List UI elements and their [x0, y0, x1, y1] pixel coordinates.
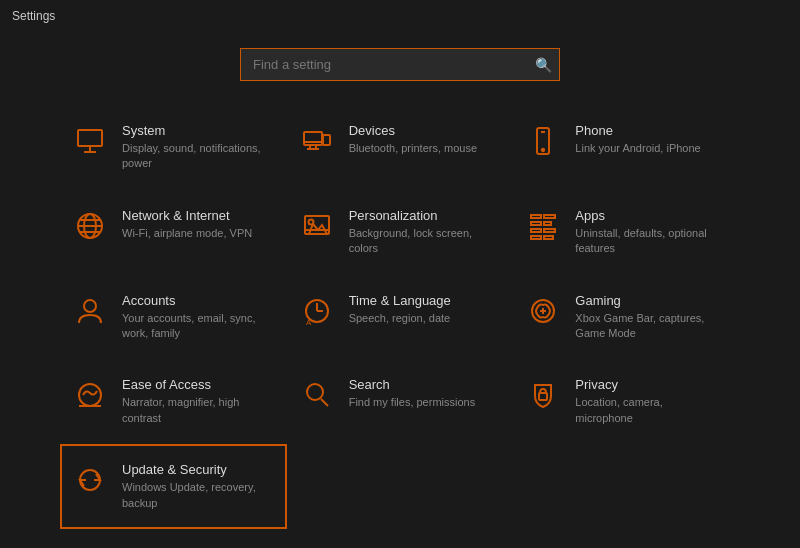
svg-point-36 [79, 384, 101, 406]
settings-item-personalization[interactable]: Personalization Background, lock screen,… [287, 190, 514, 275]
maximize-button[interactable] [744, 7, 762, 25]
svg-rect-3 [304, 132, 322, 145]
update-title: Update & Security [122, 462, 265, 477]
personalization-title: Personalization [349, 208, 492, 223]
svg-point-11 [542, 149, 544, 151]
accounts-icon [72, 295, 108, 334]
system-icon [72, 125, 108, 164]
svg-rect-27 [544, 236, 553, 239]
settings-item-apps[interactable]: Apps Uninstall, defaults, optional featu… [513, 190, 740, 275]
settings-item-search[interactable]: Search Find my files, permissions [287, 359, 514, 444]
svg-rect-25 [544, 222, 551, 225]
privacy-desc: Location, camera, microphone [575, 395, 718, 426]
network-icon [72, 210, 108, 249]
svg-point-38 [307, 384, 323, 400]
search-container: 🔍 [0, 32, 800, 105]
app-title: Settings [12, 9, 55, 23]
svg-rect-4 [323, 135, 330, 145]
svg-rect-24 [544, 215, 555, 218]
phone-title: Phone [575, 123, 700, 138]
search-icon [299, 379, 335, 418]
settings-item-ease[interactable]: Ease of Access Narrator, magnifier, high… [60, 359, 287, 444]
minimize-button[interactable] [718, 7, 736, 25]
network-desc: Wi-Fi, airplane mode, VPN [122, 226, 252, 241]
settings-item-phone[interactable]: Phone Link your Android, iPhone [513, 105, 740, 190]
gaming-icon [525, 295, 561, 334]
settings-item-gaming[interactable]: Gaming Xbox Game Bar, captures, Game Mod… [513, 275, 740, 360]
svg-rect-23 [531, 236, 541, 239]
devices-icon [299, 125, 335, 164]
devices-desc: Bluetooth, printers, mouse [349, 141, 477, 156]
accounts-title: Accounts [122, 293, 265, 308]
update-desc: Windows Update, recovery, backup [122, 480, 265, 511]
window-controls [718, 7, 788, 25]
ease-title: Ease of Access [122, 377, 265, 392]
personalization-desc: Background, lock screen, colors [349, 226, 492, 257]
svg-point-19 [308, 219, 313, 224]
settings-item-update[interactable]: Update & Security Windows Update, recove… [60, 444, 287, 529]
accounts-desc: Your accounts, email, sync, work, family [122, 311, 265, 342]
svg-rect-26 [544, 229, 555, 232]
settings-item-accounts[interactable]: Accounts Your accounts, email, sync, wor… [60, 275, 287, 360]
settings-item-privacy[interactable]: Privacy Location, camera, microphone [513, 359, 740, 444]
search-input[interactable] [240, 48, 560, 81]
time-title: Time & Language [349, 293, 451, 308]
ease-desc: Narrator, magnifier, high contrast [122, 395, 265, 426]
phone-icon [525, 125, 561, 164]
time-icon: A [299, 295, 335, 334]
gaming-desc: Xbox Game Bar, captures, Game Mode [575, 311, 718, 342]
settings-item-devices[interactable]: Devices Bluetooth, printers, mouse [287, 105, 514, 190]
phone-desc: Link your Android, iPhone [575, 141, 700, 156]
svg-rect-22 [531, 229, 541, 232]
svg-text:A: A [306, 318, 312, 327]
settings-item-time[interactable]: A Time & Language Speech, region, date [287, 275, 514, 360]
search-title: Search [349, 377, 476, 392]
settings-item-network[interactable]: Network & Internet Wi-Fi, airplane mode,… [60, 190, 287, 275]
update-icon [72, 464, 108, 503]
svg-rect-21 [531, 222, 541, 225]
ease-icon [72, 379, 108, 418]
apps-title: Apps [575, 208, 718, 223]
svg-rect-0 [78, 130, 102, 146]
time-desc: Speech, region, date [349, 311, 451, 326]
titlebar: Settings [0, 0, 800, 32]
system-desc: Display, sound, notifications, power [122, 141, 265, 172]
settings-grid: System Display, sound, notifications, po… [0, 105, 800, 529]
close-button[interactable] [770, 7, 788, 25]
gaming-title: Gaming [575, 293, 718, 308]
svg-point-28 [84, 300, 96, 312]
network-title: Network & Internet [122, 208, 252, 223]
apps-desc: Uninstall, defaults, optional features [575, 226, 718, 257]
svg-line-39 [321, 399, 328, 406]
apps-icon [525, 210, 561, 249]
settings-item-system[interactable]: System Display, sound, notifications, po… [60, 105, 287, 190]
system-title: System [122, 123, 265, 138]
search-icon: 🔍 [535, 57, 552, 73]
svg-rect-20 [531, 215, 541, 218]
svg-rect-40 [539, 393, 547, 400]
personalization-icon [299, 210, 335, 249]
search-box: 🔍 [240, 48, 560, 81]
search-desc: Find my files, permissions [349, 395, 476, 410]
privacy-title: Privacy [575, 377, 718, 392]
devices-title: Devices [349, 123, 477, 138]
privacy-icon [525, 379, 561, 418]
